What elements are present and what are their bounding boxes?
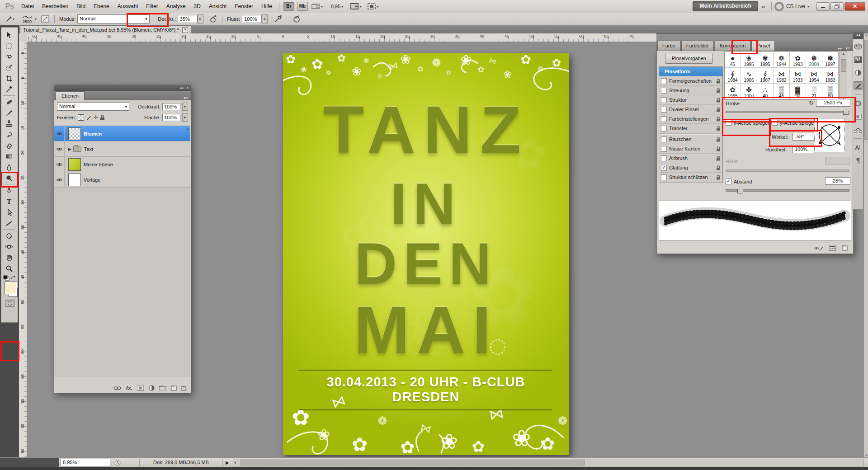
tool-path-select[interactable] xyxy=(3,207,15,217)
flaeche-field[interactable]: 100% xyxy=(162,114,180,121)
dock-icon-absatz[interactable]: ¶ xyxy=(854,156,863,165)
flip-y-box[interactable] xyxy=(772,120,778,126)
brush-grid-scrollbar[interactable]: ▲ ▼ xyxy=(840,52,847,101)
dock-icon-pinsel[interactable] xyxy=(854,81,863,90)
tool-zoom[interactable] xyxy=(3,263,15,273)
brush-section-nasse-kanten[interactable]: Nasse Kanten xyxy=(659,144,722,154)
lock-icon[interactable] xyxy=(716,165,721,170)
brush-tip-1954[interactable]: ⋈1954 xyxy=(806,68,822,84)
section-checkbox[interactable]: ✓ xyxy=(661,165,667,171)
foreground-color-swatch[interactable] xyxy=(5,282,17,294)
brush-section-airbrush[interactable]: Airbrush xyxy=(659,154,722,163)
tool-burn[interactable] xyxy=(3,173,15,183)
flip-x-box[interactable] xyxy=(726,120,731,126)
cs-live-control[interactable]: CS Live ▾ xyxy=(774,2,809,11)
lock-icon[interactable] xyxy=(716,98,721,103)
tool-eraser[interactable] xyxy=(3,141,15,150)
vertical-ruler[interactable]: 05101520253035404550556065707580 xyxy=(19,42,27,457)
brush-tool-icon[interactable]: ▾ xyxy=(5,14,14,24)
lock-icon[interactable] xyxy=(716,88,721,93)
brush-section-farbeinstellungen[interactable]: Farbeinstellungen xyxy=(659,114,722,124)
brush-angle-dial[interactable] xyxy=(814,119,845,152)
open-preset-manager-icon[interactable] xyxy=(829,245,836,251)
layer-visibility-icon[interactable] xyxy=(54,172,65,187)
brush-section-dualer-pinsel[interactable]: Dualer Pinsel xyxy=(659,105,722,114)
brush-section-rauschen[interactable]: Rauschen xyxy=(659,135,722,144)
section-checkbox[interactable] xyxy=(661,88,667,94)
lock-icon[interactable] xyxy=(716,137,721,142)
menu-hilfe[interactable]: Hilfe xyxy=(257,0,276,13)
layer-row-meine-ebene[interactable]: Meine Ebene xyxy=(54,157,190,172)
zoom-level-control[interactable]: 8,95 ▾ xyxy=(331,2,343,10)
flow-spinner[interactable]: ▸ xyxy=(262,14,268,24)
flaeche-spinner[interactable]: ▸ xyxy=(182,113,188,122)
tool-type[interactable]: T xyxy=(3,197,15,207)
layer-row-blumen[interactable]: Blumen xyxy=(54,126,190,141)
lock-position-icon[interactable]: ✛ xyxy=(94,114,98,121)
dock-icon-pfade[interactable] xyxy=(854,125,863,134)
minimize-button[interactable] xyxy=(816,2,830,11)
deckkraft-spinner[interactable]: ▸ xyxy=(182,103,188,111)
winkel-field[interactable]: -58° xyxy=(793,133,814,141)
tool-crop[interactable] xyxy=(3,74,15,84)
tool-marquee[interactable] xyxy=(3,41,15,51)
document-canvas[interactable]: ✿❀✿❁✿❀✽✿⋈❀✿❁✿❀✿⋈❀✿❁✿❀✿❀✿✿❀⋈✿❁✿⋈❀✿⋈❀✿❁ TA… xyxy=(283,53,569,455)
brush-section-pinselform[interactable]: Pinselform xyxy=(659,67,722,76)
dock-icon-zeichen[interactable]: A xyxy=(854,143,863,152)
brush-section-formeigenschaften[interactable]: Formeigenschaften xyxy=(659,76,722,86)
lock-icon[interactable] xyxy=(716,175,721,180)
tool-orbit-3d[interactable] xyxy=(3,242,15,252)
expand-group-icon[interactable]: ▶ xyxy=(68,147,71,151)
section-checkbox[interactable] xyxy=(661,136,667,142)
brush-tip-1995[interactable]: ❀1995 xyxy=(741,52,757,68)
brush-section-transfer[interactable]: Transfer xyxy=(659,124,722,133)
scroll-up-icon[interactable]: ▲ xyxy=(186,127,189,131)
menu-ebene[interactable]: Ebene xyxy=(90,0,113,13)
menu-analyse[interactable]: Analyse xyxy=(162,0,190,13)
tool-move[interactable] xyxy=(3,30,15,40)
brush-presets-button[interactable]: Pinselvorgaben xyxy=(665,54,713,64)
tab-farbfelder[interactable]: Farbfelder xyxy=(681,41,714,51)
tool-hand[interactable] xyxy=(3,253,15,263)
launcher-icon[interactable]: ▾ xyxy=(311,2,323,10)
tool-healing[interactable] xyxy=(3,97,15,107)
tool-line[interactable] xyxy=(3,218,15,228)
tool-lasso[interactable] xyxy=(3,52,15,62)
new-layer-icon[interactable] xyxy=(171,385,177,391)
lock-icon[interactable] xyxy=(716,156,721,161)
deckkraft-field[interactable]: 100% xyxy=(162,103,180,110)
brush-tip-1982[interactable]: ⋈1982 xyxy=(774,68,790,84)
abstand-box[interactable]: ✓ xyxy=(726,179,731,184)
tablet-opacity-icon[interactable] xyxy=(208,14,218,24)
tablet-size-icon[interactable] xyxy=(292,14,302,24)
brush-tip-1944[interactable]: ❁1944 xyxy=(774,52,790,68)
lock-transparency-icon[interactable] xyxy=(78,114,84,121)
section-checkbox[interactable] xyxy=(661,126,667,132)
tool-history-brush[interactable] xyxy=(3,130,15,140)
tab-korrekturen[interactable]: Korrekturen xyxy=(715,41,750,51)
groesse-slider-thumb[interactable] xyxy=(843,108,849,115)
document-tab[interactable]: Tutorial_Plakat_Tanz_in_den_Mai.psd bei … xyxy=(20,25,191,34)
tool-clone-stamp[interactable] xyxy=(3,119,15,129)
tool-gradient[interactable] xyxy=(3,151,15,161)
brush-tip-1995[interactable]: ✾1995 xyxy=(757,52,774,68)
section-checkbox[interactable] xyxy=(661,78,667,84)
status-menu-icon[interactable]: ▶ xyxy=(226,460,229,465)
reset-size-icon[interactable]: ↻ xyxy=(809,99,814,106)
menu-ansicht[interactable]: Ansicht xyxy=(205,0,231,13)
section-checkbox[interactable] xyxy=(661,174,667,180)
bridge-button[interactable]: Br xyxy=(283,2,294,11)
panel-menu-icon[interactable]: ▾≡ xyxy=(181,96,191,100)
brush-section-struktur[interactable]: Struktur xyxy=(659,95,722,105)
scroll-left-icon[interactable]: ◂ xyxy=(234,461,236,465)
status-zoom-field[interactable]: 8,95% xyxy=(61,459,110,466)
new-group-icon[interactable] xyxy=(159,385,166,390)
toggle-brush-panel-button[interactable] xyxy=(40,14,50,24)
restore-button[interactable] xyxy=(830,2,844,11)
layer-visibility-icon[interactable] xyxy=(54,126,65,141)
tool-rotate-3d[interactable] xyxy=(3,231,15,241)
flip-x-checkbox[interactable]: x-Achse spiegeln xyxy=(726,120,772,126)
brush-tip-60[interactable]: ▒60 xyxy=(822,84,839,99)
dock-icon-korrekturen[interactable] xyxy=(854,68,863,77)
dock-icon-farbfelder[interactable] xyxy=(854,55,863,64)
